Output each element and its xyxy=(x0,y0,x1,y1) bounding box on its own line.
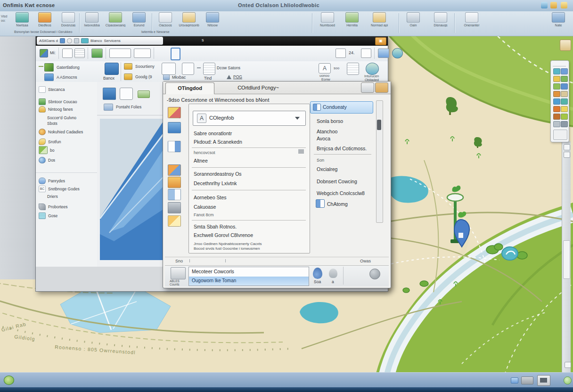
sidebar-item-sretbnoge[interactable]: BCSretbnoge Godes xyxy=(39,185,80,192)
sidebar-item-gose[interactable]: Gose xyxy=(39,212,57,219)
right-list-selected[interactable]: Condueaty xyxy=(310,101,373,114)
chevron-icon[interactable] xyxy=(39,62,43,67)
palette-swatch[interactable] xyxy=(553,76,560,82)
palette-swatch[interactable] xyxy=(561,106,568,112)
tab-cortdlurd[interactable]: COrtdlurd Pcngy~ xyxy=(216,82,301,93)
palette-swatch[interactable] xyxy=(561,114,568,120)
ribbon-item[interactable]: Mkxbac xyxy=(163,74,186,80)
export-button[interactable] xyxy=(361,82,374,93)
ribbon-button[interactable]: Normad api xyxy=(368,12,390,27)
page-icon[interactable] xyxy=(564,152,570,158)
ribbon-item[interactable]: Soourtieny xyxy=(124,63,155,70)
camera-tool-icon[interactable] xyxy=(560,40,571,51)
server-gray-icon[interactable] xyxy=(168,202,181,213)
sidebar-item-srotfun[interactable]: Srotfun xyxy=(39,138,61,145)
right-list-item[interactable]: Atanchoo xyxy=(317,129,337,134)
paw-icon[interactable] xyxy=(550,2,557,8)
list-row[interactable]: Smta Sbah Rotnos. xyxy=(194,224,237,229)
ribbon-button[interactable]: Hernilia xyxy=(341,12,363,27)
palette-swatch[interactable] xyxy=(553,83,560,90)
palette-swatch[interactable] xyxy=(561,98,568,105)
palette-swatch[interactable] xyxy=(561,121,568,127)
palette-swatch[interactable] xyxy=(553,98,560,105)
camera-button[interactable] xyxy=(375,82,388,93)
folder-large-icon[interactable] xyxy=(162,63,176,75)
plane-tool-icon[interactable] xyxy=(138,90,150,98)
page-large-icon[interactable] xyxy=(182,63,194,75)
ribbon-item[interactable]: POG xyxy=(227,74,242,79)
ribbon-button[interactable]: Oacsoos xyxy=(155,12,176,27)
attach-icon[interactable] xyxy=(91,49,103,58)
sidebar-item-sbntoor[interactable]: Sbntoor Coucao xyxy=(39,98,77,105)
ribbon-item[interactable]: A ASmocns xyxy=(44,74,77,81)
network-icon[interactable] xyxy=(511,377,518,384)
snail-icon[interactable] xyxy=(4,376,14,385)
sidebar-item-dos[interactable]: Dos xyxy=(39,156,55,163)
layers-blue-icon[interactable] xyxy=(168,122,181,133)
ribbon-button[interactable]: Nitoow xyxy=(202,12,223,27)
palette-footer-button[interactable] xyxy=(553,130,567,140)
device-icon[interactable] xyxy=(521,376,533,384)
droplet-icon[interactable] xyxy=(313,268,322,279)
ribbon-item[interactable]: Gatertlatlong xyxy=(44,63,80,72)
palette-swatch[interactable] xyxy=(553,121,560,127)
building-icon[interactable] xyxy=(120,88,133,100)
eraser-icon[interactable] xyxy=(329,269,337,278)
list-row[interactable]: Altnee xyxy=(194,158,208,163)
right-list-item[interactable]: Webgcich Cnolcsclw8 xyxy=(317,190,365,196)
banox-grid-icon[interactable] xyxy=(105,63,119,75)
sidebar-item-probortees[interactable]: Probortees xyxy=(39,203,68,210)
sidebar-item-stecanca[interactable]: Stecanca xyxy=(39,86,65,93)
frame-icon[interactable] xyxy=(336,49,346,58)
page-icon[interactable] xyxy=(565,362,571,368)
ribbon-button[interactable]: Diedfeos xyxy=(34,12,56,27)
folder-yellow-icon[interactable] xyxy=(168,215,181,227)
sidebar-item-sbots[interactable]: Sbots xyxy=(47,120,57,127)
ribbon-button[interactable]: Nate xyxy=(548,12,569,27)
measure-icon[interactable] xyxy=(109,49,131,58)
palette-swatch[interactable] xyxy=(553,91,560,97)
ribbon-button[interactable]: Numtsoed xyxy=(317,12,338,27)
orange-blue-icon[interactable] xyxy=(168,164,181,176)
right-list-item[interactable]: Sonla borso xyxy=(317,118,343,124)
list-row[interactable]: Sabre onoratlontr xyxy=(194,131,232,136)
list-row[interactable]: Aornebeo Stes xyxy=(194,195,226,200)
tab-otingdod[interactable]: OTingdod xyxy=(165,82,214,94)
dialog-scrollbar-thumb[interactable] xyxy=(377,120,381,130)
save-icon[interactable] xyxy=(60,38,65,43)
list-row[interactable]: hencovcsot xyxy=(194,150,215,155)
category-dropdown[interactable]: A COlegnfob xyxy=(193,111,306,126)
right-list-item[interactable]: Oxcialreg xyxy=(317,166,337,172)
window-control-button[interactable]: ▣ xyxy=(375,37,386,45)
display-toggle-button[interactable] xyxy=(537,375,550,386)
ribbon-button[interactable]: Iwsvxobba xyxy=(81,12,103,27)
menu-expand-icon[interactable] xyxy=(298,149,304,154)
workspace-icon[interactable] xyxy=(81,38,89,43)
page-icon[interactable] xyxy=(564,144,570,150)
palette-swatch[interactable] xyxy=(561,83,568,90)
grid-color-icon[interactable] xyxy=(168,107,181,118)
door-icon[interactable] xyxy=(361,49,371,58)
redo-icon[interactable] xyxy=(74,38,79,43)
palette-swatch[interactable] xyxy=(553,106,560,112)
sidebar-item-nintoog[interactable]: Nintoog fanes xyxy=(39,106,73,113)
palette-swatch[interactable] xyxy=(561,68,568,74)
panel-blue-icon[interactable] xyxy=(378,49,389,58)
command-selected-row[interactable]: Ougoworn lke Toman xyxy=(189,277,309,286)
dcow-label[interactable]: Dcow Satons xyxy=(217,65,240,70)
map-scrollbar[interactable] xyxy=(562,141,571,372)
palette-swatch[interactable] xyxy=(561,91,568,97)
ribbon-button[interactable]: Onenanter xyxy=(461,12,483,27)
list-row[interactable]: Pkdoud: A Scanekedn xyxy=(194,139,242,145)
clipboard-icon[interactable] xyxy=(171,48,180,60)
palette-swatch[interactable] xyxy=(561,76,568,82)
ribbon-button[interactable]: Nwrisaa xyxy=(11,12,33,27)
pontaht-folies-label[interactable]: Pontaht Folies xyxy=(116,105,141,109)
panel-view-icon[interactable] xyxy=(62,49,73,58)
info-icon[interactable] xyxy=(541,2,548,8)
right-list-item[interactable]: Avoca xyxy=(317,136,330,141)
panel-blue-icon[interactable] xyxy=(168,189,181,200)
list-row[interactable]: Exchwell Gorovl C8lvrenoe xyxy=(194,232,253,238)
right-list-item[interactable]: Son xyxy=(317,158,324,163)
globe-icon[interactable] xyxy=(392,48,403,58)
